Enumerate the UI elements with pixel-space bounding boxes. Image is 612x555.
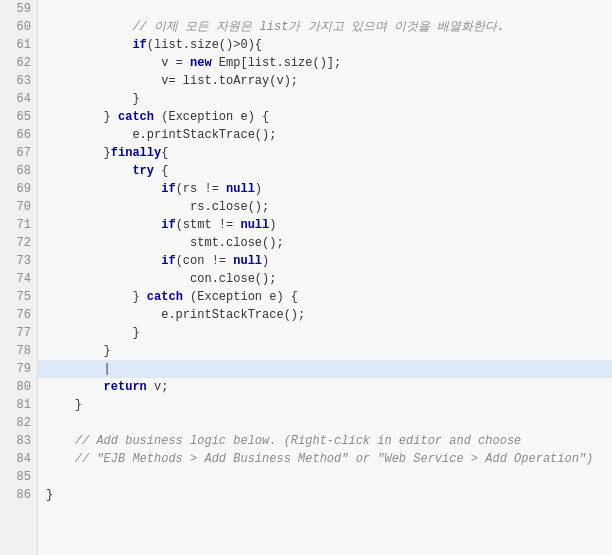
line-number: 84 bbox=[0, 450, 37, 468]
line-number: 78 bbox=[0, 342, 37, 360]
code-line: if(con != null) bbox=[38, 252, 612, 270]
code-line: }finally{ bbox=[38, 144, 612, 162]
code-line: } bbox=[38, 486, 612, 504]
code-line: // "EJB Methods > Add Business Method" o… bbox=[38, 450, 612, 468]
code-line: // Add business logic below. (Right-clic… bbox=[38, 432, 612, 450]
code-line: } bbox=[38, 342, 612, 360]
line-number: 66 bbox=[0, 126, 37, 144]
line-number: 75 bbox=[0, 288, 37, 306]
code-line: if(rs != null) bbox=[38, 180, 612, 198]
line-number: 59 bbox=[0, 0, 37, 18]
code-line: stmt.close(); bbox=[38, 234, 612, 252]
code-line: } bbox=[38, 90, 612, 108]
code-line: | bbox=[38, 360, 612, 378]
line-number: 72 bbox=[0, 234, 37, 252]
line-number: 77 bbox=[0, 324, 37, 342]
code-line: e.printStackTrace(); bbox=[38, 306, 612, 324]
code-line bbox=[38, 468, 612, 486]
code-line: return v; bbox=[38, 378, 612, 396]
line-numbers: 5960616263646566676869707172737475767778… bbox=[0, 0, 38, 555]
code-line: con.close(); bbox=[38, 270, 612, 288]
line-number: 62 bbox=[0, 54, 37, 72]
code-line: } bbox=[38, 324, 612, 342]
line-number: 71 bbox=[0, 216, 37, 234]
code-line: } catch (Exception e) { bbox=[38, 108, 612, 126]
code-editor: 5960616263646566676869707172737475767778… bbox=[0, 0, 612, 555]
line-number: 67 bbox=[0, 144, 37, 162]
code-line: if(list.size()>0){ bbox=[38, 36, 612, 54]
line-number: 74 bbox=[0, 270, 37, 288]
code-line: } bbox=[38, 396, 612, 414]
line-number: 70 bbox=[0, 198, 37, 216]
line-number: 68 bbox=[0, 162, 37, 180]
line-number: 76 bbox=[0, 306, 37, 324]
line-number: 64 bbox=[0, 90, 37, 108]
line-number: 82 bbox=[0, 414, 37, 432]
code-line: e.printStackTrace(); bbox=[38, 126, 612, 144]
code-content[interactable]: // 이제 모든 자원은 list가 가지고 있으며 이것을 배열화한다. if… bbox=[38, 0, 612, 555]
line-number: 69 bbox=[0, 180, 37, 198]
code-line: v= list.toArray(v); bbox=[38, 72, 612, 90]
line-number: 63 bbox=[0, 72, 37, 90]
code-line bbox=[38, 414, 612, 432]
code-line: } catch (Exception e) { bbox=[38, 288, 612, 306]
line-number: 60 bbox=[0, 18, 37, 36]
line-number: 80 bbox=[0, 378, 37, 396]
line-number: 86 bbox=[0, 486, 37, 504]
line-number: 79 bbox=[0, 360, 37, 378]
code-line: // 이제 모든 자원은 list가 가지고 있으며 이것을 배열화한다. bbox=[38, 18, 612, 36]
line-number: 61 bbox=[0, 36, 37, 54]
code-line: try { bbox=[38, 162, 612, 180]
code-line: rs.close(); bbox=[38, 198, 612, 216]
line-number: 73 bbox=[0, 252, 37, 270]
line-number: 85 bbox=[0, 468, 37, 486]
line-number: 65 bbox=[0, 108, 37, 126]
code-line: v = new Emp[list.size()]; bbox=[38, 54, 612, 72]
code-line bbox=[38, 0, 612, 18]
code-line: if(stmt != null) bbox=[38, 216, 612, 234]
line-number: 81 bbox=[0, 396, 37, 414]
line-number: 83 bbox=[0, 432, 37, 450]
code-area: 5960616263646566676869707172737475767778… bbox=[0, 0, 612, 555]
